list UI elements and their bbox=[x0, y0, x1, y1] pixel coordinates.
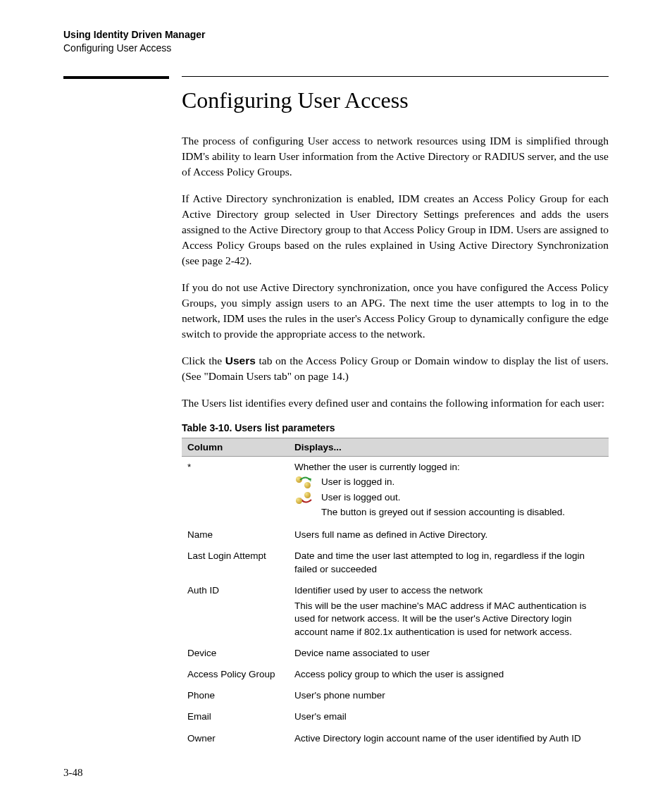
cell-disp: User's phone number bbox=[289, 685, 609, 706]
cell-col: Email bbox=[182, 706, 289, 727]
paragraph-5: The Users list identifies every defined … bbox=[182, 395, 609, 411]
table-row: * Whether the user is currently logged i… bbox=[182, 456, 609, 524]
th-displays: Displays... bbox=[289, 438, 609, 456]
table-row: Owner Active Directory login account nam… bbox=[182, 728, 609, 749]
page-header: Using Identity Driven Manager Configurin… bbox=[63, 28, 609, 55]
cell-disp: User's email bbox=[289, 706, 609, 727]
p4-bold: Users bbox=[225, 355, 256, 366]
cell-col: * bbox=[182, 456, 289, 524]
cell-col: Device bbox=[182, 643, 289, 664]
cell-col: Access Policy Group bbox=[182, 664, 289, 685]
cell-disp: Whether the user is currently logged in:… bbox=[289, 456, 609, 524]
authid-line2: This will be the user machine's MAC addr… bbox=[294, 600, 603, 639]
status-disabled-text: The button is greyed out if session acco… bbox=[321, 506, 603, 519]
cell-col: Owner bbox=[182, 728, 289, 749]
users-list-parameters-table: Column Displays... * Whether the user is… bbox=[182, 438, 609, 749]
user-login-icon bbox=[294, 475, 314, 489]
cell-col: Last Login Attempt bbox=[182, 546, 289, 579]
authid-line1: Identifier used by user to access the ne… bbox=[294, 584, 603, 597]
cell-disp: Users full name as defined in Active Dir… bbox=[289, 524, 609, 546]
paragraph-3: If you do not use Active Directory synch… bbox=[182, 280, 609, 342]
cell-col: Auth ID bbox=[182, 580, 289, 643]
status-logged-in-row: User is logged in. bbox=[294, 475, 603, 489]
main-content: Configuring User Access The process of c… bbox=[182, 87, 609, 749]
cell-disp: Date and time the user last attempted to… bbox=[289, 546, 609, 579]
table-row: Name Users full name as defined in Activ… bbox=[182, 524, 609, 546]
table-row: Device Device name associated to user bbox=[182, 643, 609, 664]
section-rule bbox=[63, 76, 609, 79]
p4-pre: Click the bbox=[182, 355, 225, 366]
paragraph-4: Click the Users tab on the Access Policy… bbox=[182, 353, 609, 384]
table-row: Access Policy Group Access policy group … bbox=[182, 664, 609, 685]
status-logged-out-text: User is logged out. bbox=[321, 491, 603, 504]
paragraph-2: If Active Directory synchronization is e… bbox=[182, 191, 609, 269]
status-disabled-row: The button is greyed out if session acco… bbox=[294, 506, 603, 519]
table-row: Phone User's phone number bbox=[182, 685, 609, 706]
header-subtitle: Configuring User Access bbox=[63, 42, 609, 55]
page-number: 3-48 bbox=[63, 767, 83, 779]
cell-disp: Active Directory login account name of t… bbox=[289, 728, 609, 749]
section-heading: Configuring User Access bbox=[182, 87, 609, 113]
table-caption: Table 3-10. Users list parameters bbox=[182, 422, 609, 433]
table-row: Email User's email bbox=[182, 706, 609, 727]
status-intro: Whether the user is currently logged in: bbox=[294, 461, 603, 474]
th-column: Column bbox=[182, 438, 289, 456]
status-logged-out-row: User is logged out. bbox=[294, 491, 603, 505]
cell-disp: Identifier used by user to access the ne… bbox=[289, 580, 609, 643]
cell-disp: Device name associated to user bbox=[289, 643, 609, 664]
table-row: Last Login Attempt Date and time the use… bbox=[182, 546, 609, 579]
table-row: Auth ID Identifier used by user to acces… bbox=[182, 580, 609, 643]
header-title: Using Identity Driven Manager bbox=[63, 28, 609, 42]
user-logout-icon bbox=[294, 491, 314, 505]
cell-col: Phone bbox=[182, 685, 289, 706]
cell-disp: Access policy group to which the user is… bbox=[289, 664, 609, 685]
paragraph-1: The process of configuring User access t… bbox=[182, 133, 609, 180]
cell-col: Name bbox=[182, 524, 289, 546]
status-logged-in-text: User is logged in. bbox=[321, 476, 603, 488]
